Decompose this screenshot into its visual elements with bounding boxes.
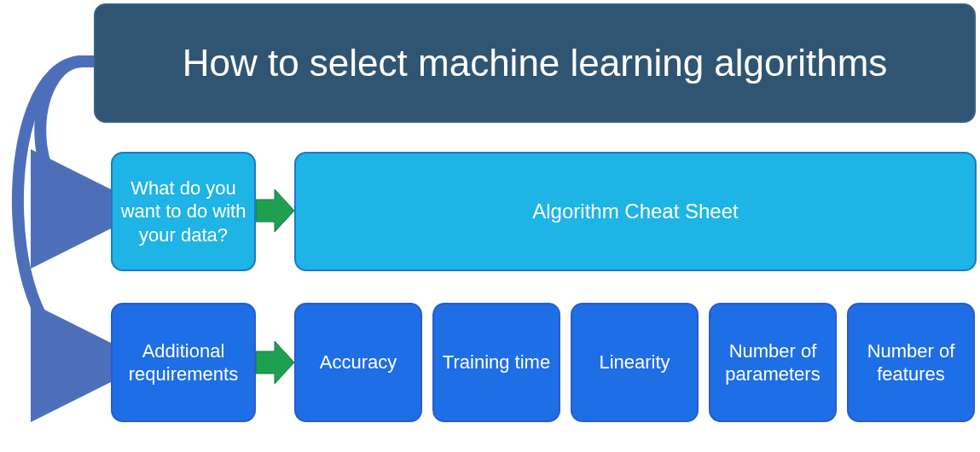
requirements-text: Additional requirements: [119, 339, 247, 386]
metric-label: Accuracy: [320, 351, 397, 374]
metric-training-time: Training time: [432, 303, 560, 422]
title-box: How to select machine learning algorithm…: [94, 3, 976, 123]
metric-label: Number of features: [855, 339, 966, 386]
metric-accuracy: Accuracy: [294, 303, 422, 422]
metric-label: Training time: [443, 351, 550, 374]
metric-features: Number of features: [847, 303, 975, 422]
title-text: How to select machine learning algorithm…: [183, 42, 888, 84]
arrow-right-icon: [256, 341, 294, 384]
metric-linearity: Linearity: [571, 303, 699, 422]
question-text: What do you want to do with your data?: [119, 177, 247, 247]
metric-label: Linearity: [599, 351, 670, 374]
requirements-box: Additional requirements: [111, 303, 256, 422]
metric-parameters: Number of parameters: [709, 303, 837, 422]
cheat-sheet-text: Algorithm Cheat Sheet: [532, 200, 738, 223]
cheat-sheet-box: Algorithm Cheat Sheet: [294, 152, 977, 271]
arrow-right-icon: [256, 189, 294, 232]
question-box: What do you want to do with your data?: [111, 152, 256, 271]
metric-label: Number of parameters: [717, 339, 828, 386]
